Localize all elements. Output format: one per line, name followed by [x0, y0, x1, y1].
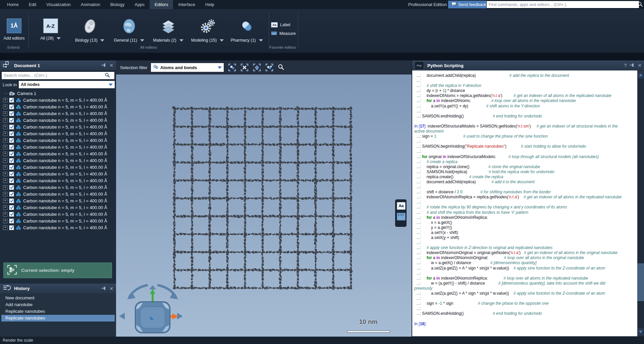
- editor-category-all-28[interactable]: A-ZAll (28): [31, 12, 70, 43]
- tree-item-nanotube[interactable]: +Carbon nanotube n = 5, m = 5, l = 400.0…: [0, 217, 116, 224]
- chevron-down-icon[interactable]: [220, 39, 224, 42]
- expand-icon[interactable]: +: [3, 179, 7, 183]
- expand-icon[interactable]: +: [3, 138, 7, 143]
- menu-item-editors[interactable]: Editors: [150, 0, 173, 9]
- tree-item-nanotube[interactable]: +Carbon nanotube n = 5, m = 5, l = 400.0…: [0, 191, 116, 197]
- visibility-checkbox[interactable]: [9, 151, 14, 156]
- visibility-checkbox[interactable]: [9, 225, 14, 230]
- python-console[interactable]: ...: document.addChild(replica) # add th…: [412, 70, 637, 336]
- visibility-checkbox[interactable]: [9, 165, 14, 170]
- close-icon[interactable]: ✕: [109, 63, 113, 68]
- tree-item-nanotube[interactable]: +Carbon nanotube n = 5, m = 5, l = 400.0…: [0, 97, 116, 103]
- menu-item-biology[interactable]: Biology: [105, 0, 130, 9]
- tree-item-nanotube[interactable]: +Carbon nanotube n = 5, m = 5, l = 400.0…: [0, 124, 116, 130]
- visibility-checkbox[interactable]: [9, 158, 14, 163]
- scroll-up-icon[interactable]: [638, 71, 644, 79]
- node-search-input[interactable]: [1, 71, 115, 80]
- expand-icon[interactable]: +: [3, 98, 7, 102]
- tree-item-nanotube[interactable]: +Carbon nanotube n = 5, m = 5, l = 400.0…: [0, 137, 116, 144]
- look-in-select[interactable]: All nodes: [19, 81, 115, 88]
- expand-icon[interactable]: +: [3, 125, 7, 129]
- zoom-selection-icon[interactable]: [277, 63, 285, 71]
- chevron-down-icon[interactable]: [179, 39, 183, 42]
- search-icon[interactable]: [637, 1, 643, 8]
- history-item-replicate-nanotubes[interactable]: Replicate nanotubes: [1, 315, 115, 322]
- tree-item-nanotube[interactable]: +Carbon nanotube n = 5, m = 5, l = 400.0…: [0, 103, 116, 110]
- visibility-checkbox[interactable]: [9, 118, 14, 123]
- menu-item-help[interactable]: Help: [200, 0, 219, 9]
- visibility-checkbox[interactable]: [9, 192, 14, 197]
- expand-icon[interactable]: +: [3, 132, 7, 136]
- expand-icon[interactable]: +: [3, 199, 7, 203]
- deselect-icon[interactable]: [240, 63, 249, 72]
- editor-category-pharmacy-1[interactable]: Pharmacy (1): [227, 12, 266, 43]
- visibility-checkbox[interactable]: [9, 185, 14, 190]
- tree-item-camera[interactable]: Camera 1: [0, 90, 116, 97]
- tree-item-nanotube[interactable]: +Carbon nanotube n = 5, m = 5, l = 400.0…: [0, 157, 116, 164]
- command-search-input[interactable]: [486, 1, 639, 8]
- visibility-checkbox[interactable]: [9, 218, 14, 224]
- tree-item-nanotube[interactable]: +Carbon nanotube n = 5, m = 5, l = 400.0…: [0, 117, 116, 124]
- chevron-down-icon[interactable]: [140, 39, 144, 42]
- expand-icon[interactable]: +: [3, 219, 7, 223]
- visibility-checkbox[interactable]: [9, 131, 14, 136]
- menu-item-edit[interactable]: Edit: [24, 0, 41, 9]
- tree-item-nanotube[interactable]: +Carbon nanotube n = 5, m = 5, l = 400.0…: [0, 144, 116, 150]
- scene-3d[interactable]: Aa 10 nm 1Å: [116, 75, 412, 337]
- visibility-checkbox[interactable]: [9, 145, 14, 150]
- expand-icon[interactable]: +: [3, 212, 7, 216]
- select-up-icon[interactable]: [253, 63, 261, 72]
- tree-item-nanotube[interactable]: +Carbon nanotube n = 5, m = 5, l = 400.0…: [0, 211, 116, 217]
- tree-item-nanotube[interactable]: +Carbon nanotube n = 5, m = 5, l = 400.0…: [0, 177, 116, 184]
- add-editors-button[interactable]: 1Å Add editors: [1, 12, 28, 41]
- visibility-checkbox[interactable]: [9, 205, 14, 210]
- visibility-checkbox[interactable]: [9, 178, 14, 183]
- close-icon[interactable]: ✕: [109, 286, 113, 291]
- expand-icon[interactable]: +: [3, 105, 7, 109]
- expand-icon[interactable]: +: [3, 205, 7, 210]
- visibility-checkbox[interactable]: [9, 171, 14, 177]
- pin-icon[interactable]: [630, 63, 635, 68]
- expand-icon[interactable]: +: [3, 111, 7, 116]
- menu-item-interface[interactable]: Interface: [173, 0, 200, 9]
- console-scrollbar[interactable]: [637, 70, 644, 336]
- expand-icon[interactable]: +: [3, 152, 7, 156]
- menu-item-apps[interactable]: Apps: [129, 0, 150, 9]
- expand-icon[interactable]: +: [3, 145, 7, 149]
- expand-icon[interactable]: +: [3, 192, 7, 196]
- label-display-button[interactable]: Aa: [397, 202, 406, 210]
- editor-category-modeling-15[interactable]: Modeling (15): [188, 12, 227, 43]
- visibility-checkbox[interactable]: [9, 125, 14, 130]
- menu-item-home[interactable]: Home: [2, 0, 24, 9]
- tree-item-nanotube[interactable]: +Carbon nanotube n = 5, m = 5, l = 400.0…: [0, 184, 116, 191]
- pin-icon[interactable]: [101, 286, 106, 291]
- selection-filter-select[interactable]: Atoms and bonds: [151, 63, 224, 72]
- close-icon[interactable]: ✕: [638, 63, 642, 68]
- pin-icon[interactable]: [101, 63, 106, 68]
- tree-item-nanotube[interactable]: +Carbon nanotube n = 5, m = 5, l = 400.0…: [0, 150, 116, 157]
- visibility-checkbox[interactable]: [9, 111, 14, 116]
- tree-item-nanotube[interactable]: +Carbon nanotube n = 5, m = 5, l = 400.0…: [0, 164, 116, 170]
- tree-item-nanotube[interactable]: +Carbon nanotube n = 5, m = 5, l = 400.0…: [0, 224, 116, 231]
- expand-icon[interactable]: +: [3, 185, 7, 190]
- visibility-checkbox[interactable]: [9, 212, 14, 217]
- tree-item-nanotube[interactable]: +Carbon nanotube n = 5, m = 5, l = 400.0…: [0, 204, 116, 211]
- expand-icon[interactable]: +: [3, 118, 7, 122]
- chevron-down-icon[interactable]: [57, 37, 61, 40]
- editor-category-biology-13[interactable]: Biology (13): [70, 12, 109, 43]
- send-feedback-button[interactable]: Send feedback: [448, 1, 489, 8]
- history-item-new-document[interactable]: New document: [1, 295, 115, 301]
- chevron-down-icon[interactable]: [100, 39, 104, 42]
- visibility-checkbox[interactable]: [9, 138, 14, 143]
- chevron-down-icon[interactable]: [259, 39, 263, 42]
- ruler-icon[interactable]: [397, 213, 406, 220]
- tree-item-nanotube[interactable]: +Carbon nanotube n = 5, m = 5, l = 400.0…: [0, 130, 116, 137]
- menu-item-animation[interactable]: Animation: [76, 0, 105, 9]
- scrollbar-thumb[interactable]: [638, 263, 644, 301]
- history-item-replicate-nanotubes[interactable]: Replicate nanotubes: [1, 308, 115, 315]
- editor-category-materials-2[interactable]: Materials (2): [149, 12, 188, 43]
- navigation-gizmo[interactable]: [116, 276, 190, 337]
- tree-item-nanotube[interactable]: +Carbon nanotube n = 5, m = 5, l = 400.0…: [0, 110, 116, 117]
- visibility-checkbox[interactable]: [9, 98, 14, 103]
- help-icon[interactable]: ?: [624, 63, 627, 68]
